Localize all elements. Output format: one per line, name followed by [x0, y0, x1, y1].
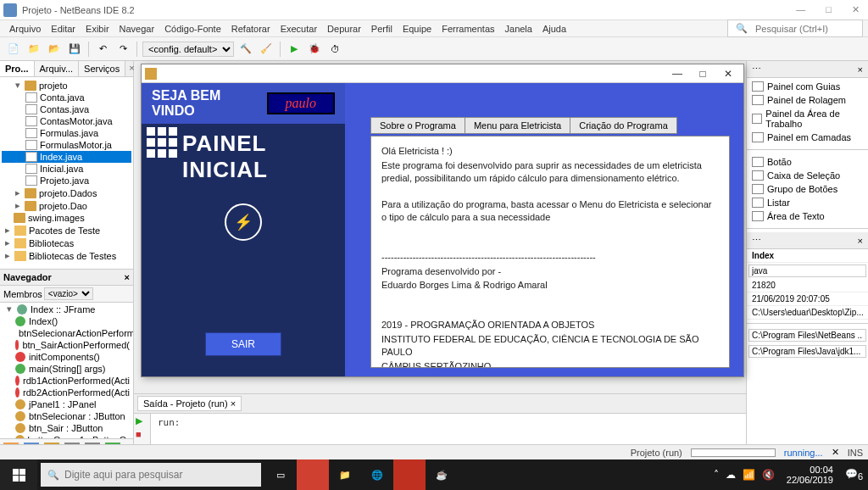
- global-search[interactable]: 🔍: [727, 19, 863, 37]
- menu-janela[interactable]: Janela: [501, 22, 537, 36]
- menu-executar[interactable]: Executar: [276, 22, 321, 36]
- maximize-button[interactable]: □: [821, 4, 837, 15]
- tree-file[interactable]: Projeto.java: [2, 175, 131, 187]
- close-button[interactable]: ✕: [847, 4, 865, 15]
- nav-method[interactable]: btnSelecionarActionPerformed: [0, 327, 133, 339]
- taskbar-search-input[interactable]: [64, 469, 254, 481]
- taskbar-clock[interactable]: 00:04 22/06/2019: [782, 465, 838, 485]
- property-input[interactable]: [748, 264, 866, 277]
- tree-package[interactable]: ▸projeto.Dados: [2, 187, 131, 199]
- classpath-input[interactable]: [748, 345, 866, 358]
- tree-package[interactable]: ▸projeto.Dao: [2, 199, 131, 212]
- members-select[interactable]: <vazio>: [44, 287, 93, 300]
- nav-field[interactable]: btn_Sair : JButton: [0, 422, 133, 434]
- tree-file[interactable]: FormulasMotor.ja: [2, 139, 131, 151]
- palette-item[interactable]: Painel de Rolagem: [748, 93, 866, 107]
- tree-file[interactable]: Formulas.java: [2, 127, 131, 139]
- new-project-button[interactable]: 📁: [25, 41, 42, 58]
- project-tree[interactable]: ▾projeto Conta.java Contas.java ContasMo…: [0, 77, 133, 269]
- palette-item[interactable]: Painel com Guias: [748, 80, 866, 93]
- search-input[interactable]: [755, 24, 859, 34]
- taskbar-chrome-icon[interactable]: 🌐: [361, 459, 393, 490]
- tree-file[interactable]: Conta.java: [2, 92, 131, 103]
- menu-perfil[interactable]: Perfil: [367, 22, 397, 36]
- status-stop-icon[interactable]: ✕: [832, 447, 839, 458]
- close-output-tab[interactable]: ×: [231, 398, 236, 409]
- taskbar-java-icon[interactable]: ☕: [426, 459, 458, 490]
- tray-volume-icon[interactable]: 🔇: [762, 469, 775, 481]
- taskbar-app-icon[interactable]: [393, 459, 426, 490]
- palette-item[interactable]: Painel em Camadas: [748, 131, 866, 144]
- tree-package[interactable]: swing.images: [2, 212, 131, 224]
- menu-ajuda[interactable]: Ajuda: [538, 22, 570, 36]
- exit-button[interactable]: SAIR: [205, 332, 281, 356]
- new-file-button[interactable]: 📄: [5, 41, 22, 58]
- tab-services[interactable]: Serviços: [79, 61, 125, 76]
- nav-method[interactable]: initComponents(): [0, 351, 133, 363]
- tab-sobre[interactable]: Sobre o Programa: [370, 117, 465, 134]
- undo-button[interactable]: ↶: [94, 41, 111, 58]
- nav-method[interactable]: Index(): [0, 315, 133, 327]
- tree-file[interactable]: Inicial.java: [2, 163, 131, 175]
- tree-lib[interactable]: ▸Bibliotecas: [2, 237, 131, 249]
- run-button[interactable]: ▶: [286, 41, 303, 58]
- palette-tab[interactable]: ⋯: [747, 61, 766, 77]
- stop-icon[interactable]: ■: [136, 429, 149, 441]
- palette-item[interactable]: Área de Texto: [748, 209, 866, 223]
- tray-cloud-icon[interactable]: ☁: [726, 469, 736, 481]
- build-button[interactable]: 🔨: [237, 41, 254, 58]
- close-properties[interactable]: ×: [853, 233, 868, 248]
- menu-equipe[interactable]: Equipe: [398, 22, 436, 36]
- palette-item[interactable]: Grupo de Botões: [748, 182, 866, 196]
- tab-projects[interactable]: Pro...: [0, 61, 35, 76]
- palette-item[interactable]: Painel da Área de Trabalho: [748, 107, 866, 131]
- palette-item[interactable]: Caixa de Seleção: [748, 169, 866, 182]
- preview-close-button[interactable]: ✕: [716, 66, 740, 81]
- tree-package-root[interactable]: ▾projeto: [2, 79, 131, 92]
- close-palette[interactable]: ×: [853, 62, 868, 77]
- menu-ferramentas[interactable]: Ferramentas: [437, 22, 498, 36]
- start-button[interactable]: [0, 459, 37, 490]
- tab-files[interactable]: Arquiv...: [35, 61, 80, 76]
- properties-tab[interactable]: ⋯: [747, 232, 766, 248]
- tree-lib[interactable]: ▸Pacotes de Teste: [2, 224, 131, 237]
- profile-button[interactable]: ⏱: [326, 41, 343, 58]
- menu-editar[interactable]: Editar: [47, 22, 80, 36]
- nav-method[interactable]: btn_SairActionPerformed(: [0, 339, 133, 351]
- tree-file[interactable]: ContasMotor.java: [2, 115, 131, 127]
- close-navigator-button[interactable]: ×: [125, 272, 130, 282]
- menu-navegar[interactable]: Navegar: [115, 22, 159, 36]
- clean-build-button[interactable]: 🧹: [258, 41, 275, 58]
- nav-method[interactable]: rdb1ActionPerformed(Acti: [0, 375, 133, 387]
- menu-arquivo[interactable]: Arquivo: [5, 22, 45, 36]
- tray-wifi-icon[interactable]: 📶: [743, 469, 755, 481]
- preview-minimize-button[interactable]: —: [665, 66, 689, 81]
- menu-codigo-fonte[interactable]: Código-Fonte: [160, 22, 225, 36]
- redo-button[interactable]: ↷: [114, 41, 131, 58]
- tab-menu-eletricista[interactable]: Menu para Eletricista: [465, 117, 570, 134]
- tree-file[interactable]: Contas.java: [2, 103, 131, 115]
- taskbar-search[interactable]: 🔍: [41, 463, 261, 487]
- nav-class[interactable]: ▾Index :: JFrame: [0, 303, 133, 315]
- save-all-button[interactable]: 💾: [66, 41, 83, 58]
- tree-lib[interactable]: ▸Bibliotecas de Testes: [2, 249, 131, 262]
- preview-maximize-button[interactable]: □: [691, 66, 715, 81]
- palette-item[interactable]: Listar: [748, 196, 866, 209]
- open-button[interactable]: 📂: [46, 41, 63, 58]
- task-view-icon[interactable]: ▭: [264, 459, 297, 490]
- minimize-button[interactable]: —: [791, 4, 810, 15]
- tab-criacao[interactable]: Criação do Programa: [570, 117, 677, 134]
- tree-file-selected[interactable]: Index.java: [2, 151, 131, 163]
- tray-notifications-icon[interactable]: 💬6: [845, 468, 863, 482]
- rerun-icon[interactable]: ▶: [136, 415, 149, 427]
- menu-depurar[interactable]: Depurar: [323, 22, 365, 36]
- taskbar-app-icon[interactable]: [297, 459, 329, 490]
- output-tab[interactable]: Saída - Projeto (run) ×: [137, 396, 242, 411]
- debug-button[interactable]: 🐞: [306, 41, 323, 58]
- palette-item[interactable]: Botão: [748, 155, 866, 169]
- config-select[interactable]: <config. default>: [142, 42, 234, 57]
- nav-method[interactable]: main(String[] args): [0, 363, 133, 375]
- menu-exibir[interactable]: Exibir: [81, 22, 114, 36]
- nav-method[interactable]: rdb2ActionPerformed(Acti: [0, 387, 133, 398]
- classpath-input[interactable]: [748, 329, 866, 342]
